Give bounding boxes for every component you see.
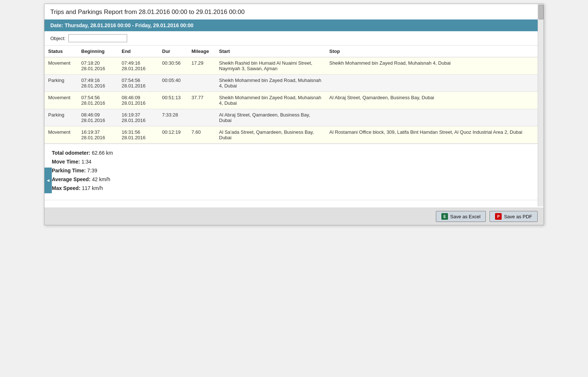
scrollbar[interactable] xyxy=(538,4,544,207)
cell-dur: 00:12:19 xyxy=(158,126,188,144)
parking-time-val: 7:39 xyxy=(87,168,97,173)
avg-speed: Average Speed: 42 km/h xyxy=(52,176,536,182)
side-tab-arrow-icon: ◄ xyxy=(46,178,51,183)
object-row: Object: xyxy=(44,31,544,46)
save-excel-label: Save as Excel xyxy=(450,214,480,219)
trips-table: Status Beginning End Dur Mileage Start S… xyxy=(44,46,538,144)
col-header-end: End xyxy=(118,46,158,57)
col-header-stop: Stop xyxy=(326,46,538,57)
cell-end: 07:54:5628.01.2016 xyxy=(118,75,158,92)
cell-mileage: 17.29 xyxy=(188,57,215,75)
cell-beginning: 07:54:5628.01.2016 xyxy=(78,92,118,109)
cell-start: Al Sa'ada Street, Qamardeen, Business Ba… xyxy=(215,126,326,144)
move-time-label: Move Time: xyxy=(52,159,80,165)
report-title: Trips and Parkings Report from 28.01.201… xyxy=(44,4,544,19)
separator xyxy=(44,200,544,200)
max-speed-label: Max Speed: xyxy=(52,185,80,191)
table-row: Movement 16:19:3728.01.2016 16:31:5628.0… xyxy=(44,126,538,144)
col-header-dur: Dur xyxy=(158,46,188,57)
move-time: Move Time: 1:34 xyxy=(52,159,536,165)
save-excel-button[interactable]: E Save as Excel xyxy=(436,211,486,222)
cell-stop: Al Abraj Street, Qamardeen, Business Bay… xyxy=(326,92,538,109)
cell-end: 08:46:0928.01.2016 xyxy=(118,92,158,109)
cell-mileage: 37.77 xyxy=(188,92,215,109)
table-row: Movement 07:18:2028.01.2016 07:49:1628.0… xyxy=(44,57,538,75)
cell-start: Sheikh Mohammed bin Zayed Road, Muhaisna… xyxy=(215,92,326,109)
cell-start: Sheikh Mohammed bin Zayed Road, Muhaisna… xyxy=(215,75,326,92)
table-row: Movement 07:54:5628.01.2016 08:46:0928.0… xyxy=(44,92,538,109)
cell-beginning: 08:46:0928.01.2016 xyxy=(78,109,118,126)
cell-mileage xyxy=(188,75,215,92)
avg-speed-label: Average Speed: xyxy=(52,176,90,182)
cell-end: 16:31:5628.01.2016 xyxy=(118,126,158,144)
pdf-icon: P xyxy=(495,213,502,220)
object-input[interactable] xyxy=(68,34,127,42)
parking-time-label: Parking Time: xyxy=(52,168,86,173)
side-tab[interactable]: ◄ xyxy=(44,168,52,193)
cell-status: Movement xyxy=(44,57,78,75)
cell-end: 16:19:3728.01.2016 xyxy=(118,109,158,126)
cell-status: Movement xyxy=(44,92,78,109)
col-header-beginning: Beginning xyxy=(78,46,118,57)
table-row: Parking 08:46:0928.01.2016 16:19:3728.01… xyxy=(44,109,538,126)
col-header-mileage: Mileage xyxy=(188,46,215,57)
object-label: Object: xyxy=(50,36,65,41)
cell-stop xyxy=(326,109,538,126)
excel-icon: E xyxy=(441,213,448,220)
avg-speed-val: 42 km/h xyxy=(92,176,110,182)
cell-status: Parking xyxy=(44,75,78,92)
total-odometer-label: Total odometer: xyxy=(52,150,90,156)
cell-beginning: 07:18:2028.01.2016 xyxy=(78,57,118,75)
total-odometer: Total odometer: 62.66 km xyxy=(52,150,536,156)
cell-status: Movement xyxy=(44,126,78,144)
parking-time: Parking Time: 7:39 xyxy=(52,168,536,173)
col-header-status: Status xyxy=(44,46,78,57)
cell-stop: Al Rostamani Office block, 309, Latifa B… xyxy=(326,126,538,144)
cell-start: Al Abraj Street, Qamardeen, Business Bay… xyxy=(215,109,326,126)
cell-status: Parking xyxy=(44,109,78,126)
cell-dur: 00:05:40 xyxy=(158,75,188,92)
data-table-container: Status Beginning End Dur Mileage Start S… xyxy=(44,46,538,144)
cell-dur: 7:33:28 xyxy=(158,109,188,126)
col-header-start: Start xyxy=(215,46,326,57)
cell-dur: 00:51:13 xyxy=(158,92,188,109)
table-header-row: Status Beginning End Dur Mileage Start S… xyxy=(44,46,538,57)
cell-beginning: 16:19:3728.01.2016 xyxy=(78,126,118,144)
cell-mileage: 7.60 xyxy=(188,126,215,144)
cell-start: Sheikh Rashid bin Humaid Al Nuaimi Stree… xyxy=(215,57,326,75)
total-odometer-val: 62.66 km xyxy=(92,150,113,156)
summary-section: Total odometer: 62.66 km Move Time: 1:34… xyxy=(44,144,544,200)
bottom-bar: E Save as Excel P Save as PDF xyxy=(44,208,544,225)
table-row: Parking 07:49:1628.01.2016 07:54:5628.01… xyxy=(44,75,538,92)
cell-mileage xyxy=(188,109,215,126)
move-time-val: 1:34 xyxy=(82,159,92,165)
max-speed: Max Speed: 117 km/h xyxy=(52,185,536,191)
cell-beginning: 07:49:1628.01.2016 xyxy=(78,75,118,92)
save-pdf-button[interactable]: P Save as PDF xyxy=(490,211,538,222)
max-speed-val: 117 km/h xyxy=(82,185,103,191)
date-header: Date: Thursday, 28.01.2016 00:00 - Frida… xyxy=(44,19,544,31)
save-pdf-label: Save as PDF xyxy=(504,214,532,219)
cell-dur: 00:30:56 xyxy=(158,57,188,75)
cell-stop: Sheikh Mohammed bin Zayed Road, Muhaisna… xyxy=(326,57,538,75)
cell-end: 07:49:1628.01.2016 xyxy=(118,57,158,75)
cell-stop xyxy=(326,75,538,92)
scrollbar-thumb[interactable] xyxy=(538,5,544,19)
